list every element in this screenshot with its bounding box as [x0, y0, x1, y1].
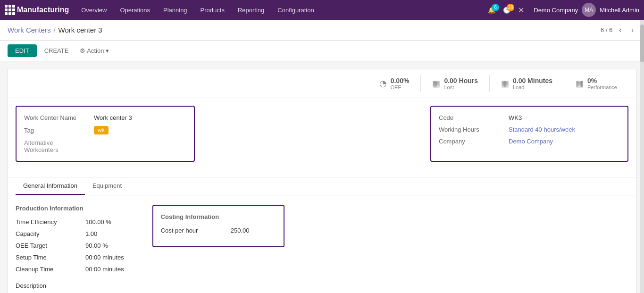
working-hours-value[interactable]: Standard 40 hours/week: [509, 126, 575, 133]
setup-time-field: Setup Time 00:00 minutes: [16, 254, 124, 261]
stats-bar: ◔ 0.00% OEE ▦ 0.00 Hours Lost ▦ 0.00 Min…: [8, 69, 636, 98]
action-label: ⚙ Action: [80, 47, 104, 54]
bell-badge: 6: [492, 4, 499, 11]
work-center-name-row: Work Center Name Work center 3: [24, 114, 186, 121]
company-label: Company: [439, 138, 505, 145]
cleanup-time-value: 00:00 minutes: [85, 266, 124, 273]
pagination: 6 / 6 ‹ ›: [601, 25, 636, 35]
breadcrumb-parent[interactable]: Work Centers: [8, 26, 50, 34]
card-area: Work Center Name Work center 3 Tag wk Al…: [8, 98, 636, 177]
oee-label: OEE: [391, 84, 410, 90]
code-value: WK3: [509, 114, 522, 121]
app-brand: Manufacturing: [17, 6, 69, 14]
oee-target-field: OEE Target 90.00 %: [16, 242, 124, 249]
description-label: Description: [16, 282, 46, 289]
company-value[interactable]: Demo Company: [509, 138, 553, 145]
tabs-bar: General Information Equipment: [8, 177, 636, 195]
work-center-name-label: Work Center Name: [24, 114, 90, 121]
scrollbar[interactable]: [640, 20, 644, 293]
chevron-down-icon: ▾: [106, 47, 109, 54]
working-hours-label: Working Hours: [439, 126, 505, 133]
cost-per-hour-label: Cost per hour: [161, 227, 227, 234]
tab-equipment[interactable]: Equipment: [85, 177, 129, 195]
action-bar: EDIT CREATE ⚙ Action ▾: [0, 41, 644, 61]
code-row: Code WK3: [439, 114, 620, 121]
avatar-initials: MA: [585, 7, 593, 13]
code-label: Code: [439, 114, 505, 121]
oee-target-value: 90.00 %: [85, 242, 108, 249]
costing-box: Costing Information Cost per hour 250.00: [152, 205, 284, 247]
production-info-section: Production Information Time Efficiency 1…: [16, 205, 124, 289]
company-row: Company Demo Company: [439, 138, 620, 145]
tag-row: Tag wk: [24, 126, 186, 134]
hours-lost-label: Lost: [444, 84, 478, 90]
breadcrumb: Work Centers / Work center 3: [8, 26, 102, 34]
breadcrumb-separator: /: [53, 26, 55, 34]
oee-target-label: OEE Target: [16, 242, 82, 249]
oee-value: 0.00%: [391, 77, 410, 84]
capacity-label: Capacity: [16, 230, 82, 237]
alt-workcenters-row: Alternative Workcenters: [24, 139, 186, 153]
hours-lost-icon: ▦: [432, 78, 440, 89]
work-center-details-box: Code WK3 Working Hours Standard 40 hours…: [430, 106, 628, 162]
prev-page-btn[interactable]: ‹: [616, 25, 624, 35]
create-button[interactable]: CREATE: [41, 44, 73, 57]
performance-icon: ▦: [576, 78, 584, 89]
load-stat: ▦ 0.00 Minutes Load: [490, 75, 564, 92]
time-efficiency-label: Time Efficiency: [16, 218, 82, 226]
bell-notification-btn[interactable]: 🔔 6: [486, 5, 497, 16]
page-current: 6: [601, 26, 604, 33]
nav-overview[interactable]: Overview: [75, 0, 112, 20]
nav-configuration[interactable]: Configuration: [272, 0, 319, 20]
close-icon[interactable]: ✕: [518, 6, 524, 15]
user-name: Mitchell Admin: [600, 7, 639, 14]
pagination-text: 6 / 6: [601, 26, 612, 33]
breadcrumb-current: Work center 3: [59, 26, 102, 34]
tag-badge: wk: [94, 126, 109, 134]
cleanup-time-label: Cleanup Time: [16, 266, 82, 273]
main-content: ◔ 0.00% OEE ▦ 0.00 Hours Lost ▦ 0.00 Min…: [0, 61, 644, 293]
top-navbar: Manufacturing Overview Operations Planni…: [0, 0, 644, 20]
tag-label: Tag: [24, 127, 90, 134]
hours-lost-stat: ▦ 0.00 Hours Lost: [421, 75, 490, 92]
work-center-info-box: Work Center Name Work center 3 Tag wk Al…: [16, 106, 195, 162]
nav-products[interactable]: Products: [195, 0, 230, 20]
tab-content-general: Production Information Time Efficiency 1…: [8, 195, 636, 293]
performance-stat: ▦ 0% Performance: [564, 75, 628, 92]
performance-value: 0%: [587, 77, 617, 84]
app-menu-icon[interactable]: [5, 5, 15, 15]
clock-notification-btn[interactable]: 🕐 26: [501, 5, 512, 16]
working-hours-row: Working Hours Standard 40 hours/week: [439, 126, 620, 133]
clock-badge: 26: [507, 4, 514, 11]
breadcrumb-bar: Work Centers / Work center 3 6 / 6 ‹ ›: [0, 20, 644, 41]
edit-button[interactable]: EDIT: [8, 44, 37, 57]
oee-stat: ◔ 0.00% OEE: [368, 75, 421, 92]
next-page-btn[interactable]: ›: [628, 25, 636, 35]
production-section-title: Production Information: [16, 205, 124, 212]
load-label: Load: [513, 84, 552, 90]
avatar[interactable]: MA: [582, 3, 596, 17]
nav-planning[interactable]: Planning: [158, 0, 193, 20]
setup-time-value: 00:00 minutes: [85, 254, 124, 261]
cost-per-hour-value: 250.00: [231, 227, 250, 234]
load-value: 0.00 Minutes: [513, 77, 552, 84]
hours-lost-value: 0.00 Hours: [444, 77, 478, 84]
load-icon: ▦: [501, 78, 509, 89]
scrollbar-thumb[interactable]: [640, 25, 644, 62]
tab-inner: Production Information Time Efficiency 1…: [16, 205, 628, 289]
costing-section-title: Costing Information: [161, 213, 276, 220]
nav-reporting[interactable]: Reporting: [232, 0, 270, 20]
page-total: 6: [609, 26, 612, 33]
tab-general-information[interactable]: General Information: [16, 177, 85, 195]
capacity-value: 1.00: [85, 230, 97, 237]
oee-icon: ◔: [379, 78, 387, 89]
alt-label: Alternative Workcenters: [24, 139, 59, 153]
performance-label: Performance: [587, 84, 617, 90]
cleanup-time-field: Cleanup Time 00:00 minutes: [16, 266, 124, 273]
action-dropdown-btn[interactable]: ⚙ Action ▾: [80, 47, 109, 54]
nav-operations[interactable]: Operations: [114, 0, 156, 20]
app-name: Manufacturing: [17, 6, 69, 14]
work-center-name-value: Work center 3: [94, 114, 132, 121]
capacity-field: Capacity 1.00: [16, 230, 124, 237]
setup-time-label: Setup Time: [16, 254, 82, 261]
